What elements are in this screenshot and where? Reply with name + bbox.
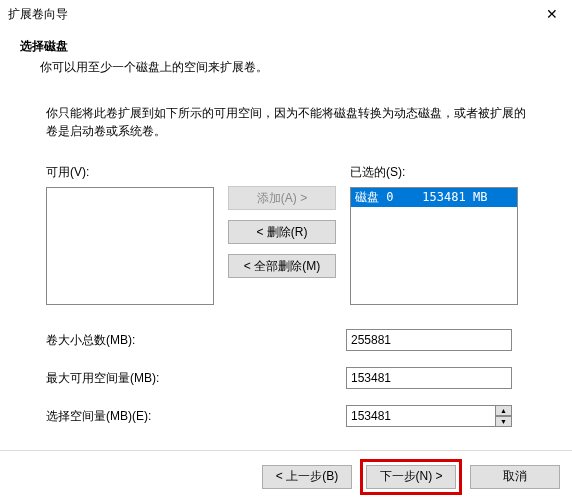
- add-button[interactable]: 添加(A) >: [228, 186, 336, 210]
- window-title: 扩展卷向导: [8, 0, 68, 28]
- max-space-row: 最大可用空间量(MB):: [46, 367, 526, 389]
- close-button[interactable]: ✕: [532, 0, 572, 28]
- highlight-box: 下一步(N) >: [360, 459, 462, 495]
- content-area: 选择磁盘 你可以用至少一个磁盘上的空间来扩展卷。 你只能将此卷扩展到如下所示的可…: [0, 28, 572, 427]
- close-icon: ✕: [546, 6, 558, 22]
- description-text: 你只能将此卷扩展到如下所示的可用空间，因为不能将磁盘转换为动态磁盘，或者被扩展的…: [46, 104, 526, 140]
- total-size-row: 卷大小总数(MB):: [46, 329, 526, 351]
- max-space-label: 最大可用空间量(MB):: [46, 370, 346, 387]
- available-column: 可用(V):: [46, 164, 214, 305]
- next-button[interactable]: 下一步(N) >: [366, 465, 456, 489]
- remove-button[interactable]: < 删除(R): [228, 220, 336, 244]
- page-subheading: 你可以用至少一个磁盘上的空间来扩展卷。: [40, 59, 552, 76]
- chevron-up-icon: ▲: [500, 407, 507, 415]
- select-space-spinner: ▲ ▼: [346, 405, 512, 427]
- available-label: 可用(V):: [46, 164, 214, 181]
- max-space-field: [346, 367, 512, 389]
- selected-listbox[interactable]: 磁盘 0 153481 MB: [350, 187, 518, 305]
- select-space-row: 选择空间量(MB)(E): ▲ ▼: [46, 405, 526, 427]
- selected-label: 已选的(S):: [350, 164, 518, 181]
- titlebar: 扩展卷向导 ✕: [0, 0, 572, 28]
- cancel-button[interactable]: 取消: [470, 465, 560, 489]
- selected-column: 已选的(S): 磁盘 0 153481 MB: [350, 164, 518, 305]
- disk-selection-area: 可用(V): 添加(A) > < 删除(R) < 全部删除(M) 已选的(S):…: [46, 164, 526, 305]
- spin-up-button[interactable]: ▲: [495, 405, 512, 416]
- wizard-footer: < 上一步(B) 下一步(N) > 取消: [0, 450, 572, 502]
- spin-down-button[interactable]: ▼: [495, 416, 512, 427]
- spin-buttons: ▲ ▼: [495, 405, 512, 427]
- total-size-label: 卷大小总数(MB):: [46, 332, 346, 349]
- select-space-field[interactable]: [346, 405, 512, 427]
- back-button[interactable]: < 上一步(B): [262, 465, 352, 489]
- chevron-down-icon: ▼: [500, 418, 507, 426]
- transfer-buttons: 添加(A) > < 删除(R) < 全部删除(M): [222, 164, 342, 305]
- total-size-field: [346, 329, 512, 351]
- select-space-label: 选择空间量(MB)(E):: [46, 408, 346, 425]
- list-item[interactable]: 磁盘 0 153481 MB: [351, 188, 517, 207]
- available-listbox[interactable]: [46, 187, 214, 305]
- page-heading: 选择磁盘: [20, 38, 552, 55]
- remove-all-button[interactable]: < 全部删除(M): [228, 254, 336, 278]
- inner-content: 你只能将此卷扩展到如下所示的可用空间，因为不能将磁盘转换为动态磁盘，或者被扩展的…: [20, 104, 552, 427]
